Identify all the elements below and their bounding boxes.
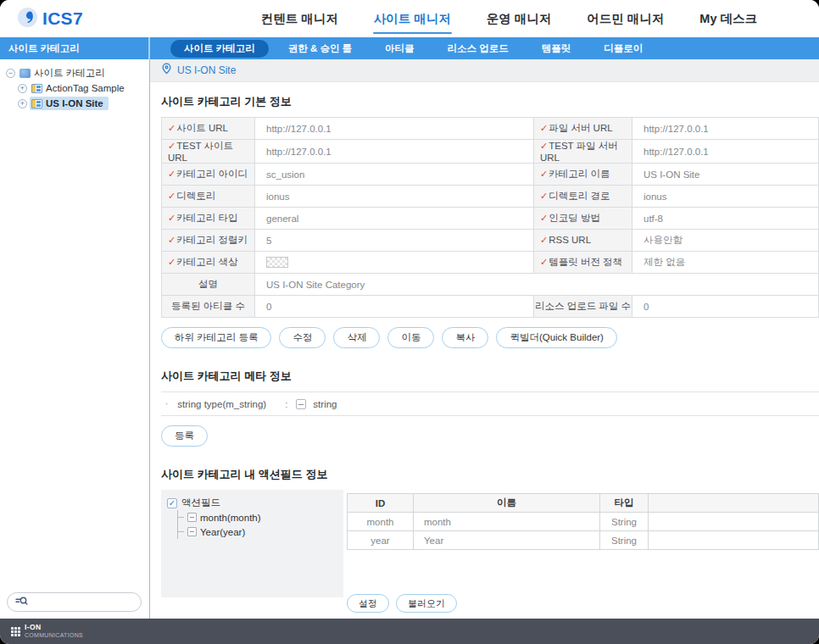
edit-button[interactable]: 수정 [279,327,326,348]
required-check-icon: ✓ [168,191,176,201]
nav-site-manager[interactable]: 사이트 매니저 [373,1,452,37]
field-label: ✓카테고리 이름 [534,164,632,186]
tab-resource-upload[interactable]: 리소스 업로드 [434,40,522,58]
category-color-swatch [266,257,288,268]
category-icon [31,99,42,108]
footer-company-name: I-ON [25,624,83,632]
delete-button[interactable]: 삭제 [333,327,380,348]
field-label: ✓파일 서버 URL [534,118,632,140]
actionfield-item-year[interactable]: Year(year) [178,525,343,539]
field-value: utf-8 [632,208,819,230]
register-button[interactable]: 등록 [161,425,208,447]
column-header-name: 이름 [414,494,600,513]
field-value: US I-ON Site [632,164,819,186]
field-label: ✓사이트 URL [162,118,255,140]
basic-info-table: ✓사이트 URL http://127.0.0.1 ✓파일 서버 URL htt… [161,117,819,318]
tree-search-input[interactable] [7,592,142,612]
actionfield-actions: 설정 불러오기 [347,594,819,613]
configure-button[interactable]: 설정 [347,594,389,613]
field-label: ✓TEST 파일 서버 URL [534,140,632,164]
required-check-icon: ✓ [540,213,548,223]
info-row: ✓카테고리 타입 general ✓인코딩 방법 utf-8 [162,208,819,230]
collapse-box-icon[interactable] [296,399,306,409]
field-value: 사용안함 [632,230,819,252]
load-button[interactable]: 불러오기 [396,594,457,613]
actionfield-title: 사이트 카테고리 내 액션필드 정보 [161,467,819,482]
tab-site-category[interactable]: 사이트 카테고리 [170,40,269,58]
expand-icon[interactable]: + [18,84,27,93]
cell-name: Year [414,531,600,550]
info-row: ✓사이트 URL http://127.0.0.1 ✓파일 서버 URL htt… [162,118,819,140]
required-check-icon: ✓ [540,141,548,151]
nav-admin-manager[interactable]: 어드민 매니저 [586,1,665,37]
ion-logo-icon [11,627,20,636]
table-row[interactable]: month month String [348,513,819,531]
category-tree-sidebar: − 사이트 카테고리 + ActionTag Sample + US I-ON … [0,59,150,619]
tree-item-us-ion-site[interactable]: + US I-ON Site [0,96,149,111]
tab-permission-approval[interactable]: 권한 & 승인 룰 [275,40,365,58]
top-header: ICS7 컨텐트 매니저 사이트 매니저 운영 매니저 어드민 매니저 My 데… [0,0,819,37]
required-check-icon: ✓ [540,235,548,245]
field-label: ✓템플릿 버전 정책 [534,252,632,274]
section-bar: 사이트 카테고리 사이트 카테고리 권한 & 승인 룰 아티클 리소스 업로드 … [0,37,819,59]
ics7-logo[interactable]: ICS7 [17,7,83,31]
field-label: 등록된 아티클 수 [162,296,255,318]
actionfield-root-item[interactable]: ✓ 액션필드 [167,496,343,510]
tab-article[interactable]: 아티클 [371,40,428,58]
copy-button[interactable]: 복사 [442,327,488,348]
meta-separator: : [285,399,287,409]
meta-field-row: · string type(m_string) : string [161,391,819,416]
field-label: 설명 [162,274,255,296]
tab-deploy[interactable]: 디플로이 [590,40,656,58]
meta-info-title: 사이트 카테고리 메타 정보 [161,369,819,384]
location-pin-icon [161,63,172,78]
nav-my-desk[interactable]: My 데스크 [699,1,758,37]
basic-info-title: 사이트 카테고리 기본 정보 [161,94,819,109]
collapse-box-icon[interactable] [187,513,197,522]
info-row: ✓카테고리 아이디 sc_usion ✓카테고리 이름 US I-ON Site [162,164,819,186]
tree-item-site-category-root[interactable]: − 사이트 카테고리 [0,65,149,80]
info-row: 등록된 아티클 수 0 리소스 업로드 파일 수 0 [162,296,819,318]
info-row: ✓디렉토리 ionus ✓디렉토리 경로 ionus [162,186,819,208]
required-check-icon: ✓ [168,123,176,133]
add-subcategory-button[interactable]: 하위 카테고리 등록 [161,327,271,348]
collapse-icon[interactable]: − [6,69,15,78]
field-value: US I-ON Site Category [255,274,819,296]
field-value: 제한 없음 [632,252,819,274]
quick-builder-button[interactable]: 퀵빌더(Quick Builder) [496,327,617,348]
table-header-row: ID 이름 타입 [348,494,819,513]
footer-company-sub: COMMUNICATIONS [25,632,83,639]
table-row[interactable]: year Year String [348,531,819,550]
checkbox-checked-icon[interactable]: ✓ [167,498,177,508]
field-value: http://127.0.0.1 [632,140,819,164]
top-navigation: 컨텐트 매니저 사이트 매니저 운영 매니저 어드민 매니저 My 데스크 [260,1,819,37]
field-label: ✓인코딩 방법 [534,208,632,230]
field-label: 리소스 업로드 파일 수 [534,296,632,318]
required-check-icon: ✓ [540,257,548,267]
field-label: ✓카테고리 타입 [162,208,255,230]
actionfield-detail: ID 이름 타입 month month String [347,490,819,613]
required-check-icon: ✓ [168,141,176,151]
nav-content-manager[interactable]: 컨텐트 매니저 [260,1,339,37]
actionfield-tree-panel: ✓ 액션필드 month(month) Year(year) [161,490,343,597]
required-check-icon: ✓ [168,257,176,267]
required-check-icon: ✓ [168,169,176,179]
breadcrumb-current[interactable]: US I-ON Site [177,64,236,76]
logo-text: ICS7 [42,8,83,29]
nav-operation-manager[interactable]: 운영 매니저 [486,1,553,37]
tree-item-actiontag-sample[interactable]: + ActionTag Sample [0,80,149,96]
actionfield-item-month[interactable]: month(month) [178,510,343,525]
info-row: ✓카테고리 색상 ✓템플릿 버전 정책 제한 없음 [162,252,819,274]
field-label: ✓디렉토리 [162,186,255,208]
expand-icon[interactable]: + [18,99,27,108]
field-label: ✓RSS URL [534,230,632,252]
sidebar-title: 사이트 카테고리 [0,37,150,59]
required-check-icon: ✓ [540,191,548,201]
site-root-icon [20,69,31,78]
field-label: ✓카테고리 아이디 [162,164,255,186]
collapse-box-icon[interactable] [187,527,197,536]
tab-template[interactable]: 템플릿 [528,40,585,58]
field-label: ✓TEST 사이트 URL [162,140,255,164]
move-button[interactable]: 이동 [387,327,434,348]
field-label: ✓카테고리 색상 [162,252,255,274]
